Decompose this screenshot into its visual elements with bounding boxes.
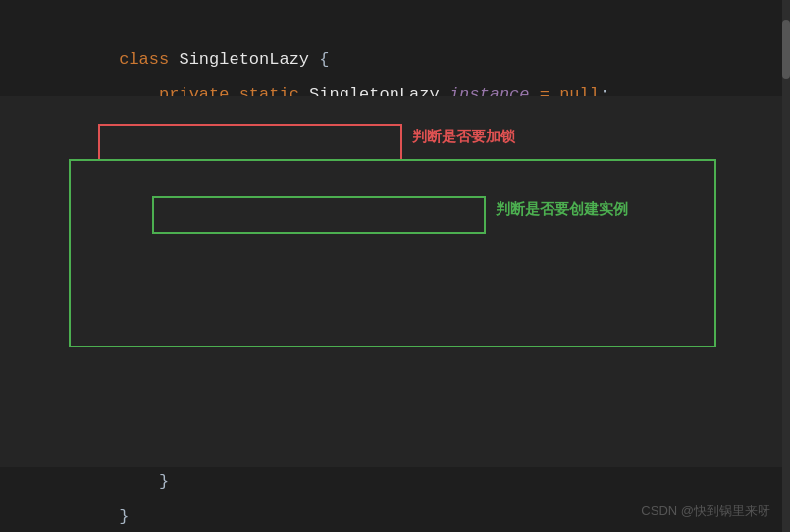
code-line-10: }	[0, 357, 790, 395]
code-line-13: }	[0, 467, 790, 503]
code-line-6: if(instance == null) {	[0, 208, 790, 245]
code-line-7: instance = new SingletonLazy();	[0, 245, 790, 283]
code-line-13-text: }	[59, 467, 129, 532]
code-line-11: return instance;	[0, 395, 790, 432]
scrollbar[interactable]	[782, 0, 790, 532]
code-line-9: }	[0, 320, 790, 357]
watermark: CSDN @快到锅里来呀	[641, 503, 770, 520]
code-line-4: if (instance == null) {	[0, 133, 790, 171]
code-line-blank	[0, 82, 790, 96]
code-line-3: public static SingletonLazy getInstance(…	[0, 96, 790, 133]
code-line-5: synchronized (SingletonLazy.class) {	[0, 171, 790, 208]
code-line-8: }	[0, 283, 790, 320]
code-container: class SingletonLazy { private static Sin…	[0, 0, 790, 532]
scrollbar-thumb[interactable]	[782, 20, 790, 79]
code-line-1: class SingletonLazy {	[0, 10, 790, 45]
code-line-12: }	[0, 432, 790, 467]
code-line-2: private static SingletonLazy instance = …	[0, 45, 790, 82]
